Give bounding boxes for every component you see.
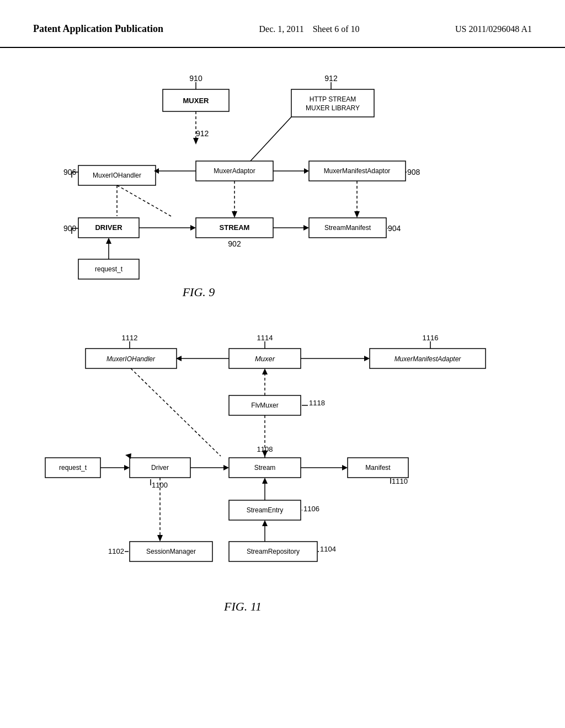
arrow-driver-to-stream-11 xyxy=(223,465,229,470)
fig11-svg: 1112 MuxerIOHandler 1114 Muxer 1116 Muxe… xyxy=(33,324,530,622)
driver-label: DRIVER xyxy=(95,223,122,232)
label-1114: 1114 xyxy=(257,334,273,342)
http-stream-label2: MUXER LIBRARY xyxy=(306,104,360,112)
fig9-label: FIG. 9 xyxy=(182,285,215,299)
stream-repository-label: StreamRepository xyxy=(247,548,300,555)
muxer-io-handler-label-11: MuxerIOHandler xyxy=(106,355,156,363)
arrow-diag-to-driver xyxy=(125,453,131,459)
arrow-request-to-driver xyxy=(106,238,111,244)
muxer-label-11: Muxer xyxy=(255,355,275,363)
session-manager-label: SessionManager xyxy=(146,548,196,555)
label-1112: 1112 xyxy=(122,334,138,342)
label-912b: 912 xyxy=(196,129,209,138)
label-908: 908 xyxy=(407,168,420,176)
muxer-manifest-adapter-label-11: MuxerManifestAdapter xyxy=(395,355,462,363)
label-1106: 1106 xyxy=(303,505,319,513)
muxer-io-handler-label: MuxerIOHandler xyxy=(93,172,141,179)
arrow-stream-to-manifest-11 xyxy=(342,465,348,470)
stream-entry-label: StreamEntry xyxy=(247,506,284,514)
label-912a: 912 xyxy=(324,74,338,83)
label-1104: 1104 xyxy=(320,545,336,553)
driver-label-11: Driver xyxy=(151,464,169,472)
label-904: 904 xyxy=(388,224,401,233)
label-1116: 1116 xyxy=(423,334,439,342)
label-910: 910 xyxy=(189,74,202,83)
page-header: Patent Application Publication Dec. 1, 2… xyxy=(0,0,565,48)
fig9-svg: 910 MUXER 912 HTTP STREAM MUXER LIBRARY … xyxy=(33,65,530,302)
fig9-area: 910 MUXER 912 HTTP STREAM MUXER LIBRARY … xyxy=(0,48,565,318)
stream-label: STREAM xyxy=(220,223,250,232)
label-1110: 1110 xyxy=(392,477,408,485)
muxer-manifest-adaptor-label: MuxerManifestAdaptor xyxy=(324,167,391,175)
svg-line-26 xyxy=(131,368,221,456)
arrow-manifest-adaptor-down xyxy=(354,211,360,218)
arrow-flv-to-muxer xyxy=(262,368,268,374)
label-1108: 1108 xyxy=(257,445,273,453)
arrow-adaptor-to-stream xyxy=(232,211,237,218)
arrow-driver-to-session xyxy=(157,535,163,542)
fig11-label: FIG. 11 xyxy=(223,599,262,613)
stream-label-11: Stream xyxy=(254,464,276,472)
muxer-adaptor-label: MuxerAdaptor xyxy=(214,167,255,175)
label-1102: 1102 xyxy=(108,547,124,555)
svg-line-11 xyxy=(117,185,171,216)
request-t-label-11: request_t xyxy=(59,464,87,472)
fig11-area: 1112 MuxerIOHandler 1114 Muxer 1116 Muxe… xyxy=(0,318,565,638)
manifest-label-11: Manifest xyxy=(365,464,391,472)
arrow-stream-entry-to-stream xyxy=(262,478,268,484)
muxer-label: MUXER xyxy=(183,97,210,105)
http-stream-label1: HTTP STREAM xyxy=(310,95,356,103)
http-stream-box xyxy=(291,89,374,117)
arrow-adaptor-to-manifest-adaptor xyxy=(304,168,309,174)
label-902: 902 xyxy=(228,239,241,248)
flv-muxer-label: FlvMuxer xyxy=(251,402,278,409)
arrow-muxer-down xyxy=(193,138,199,144)
arrow-repo-to-entry xyxy=(262,520,268,526)
arrow-stream-to-manifest xyxy=(303,225,309,231)
label-1118: 1118 xyxy=(309,399,325,407)
arrow-request-to-driver-11 xyxy=(124,465,130,470)
request-t-label: request_t xyxy=(95,265,123,273)
publication-date: Dec. 1, 2011 Sheet 6 of 10 xyxy=(259,22,360,34)
patent-number: US 2011/0296048 A1 xyxy=(455,22,532,34)
arrow-driver-to-stream xyxy=(190,225,196,231)
stream-manifest-label: StreamManifest xyxy=(324,224,371,232)
publication-title: Patent Application Publication xyxy=(33,22,163,36)
arrow-muxer-to-manifest-adapter-11 xyxy=(364,356,370,361)
